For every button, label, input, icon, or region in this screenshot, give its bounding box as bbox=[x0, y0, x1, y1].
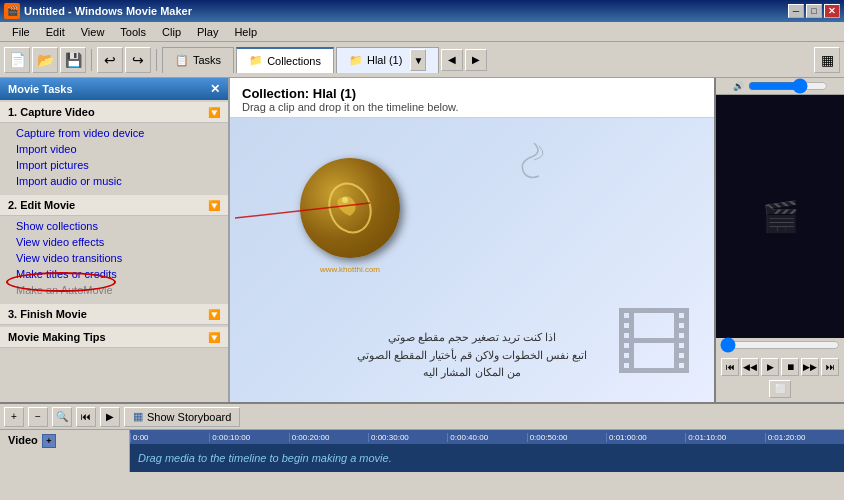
save-button[interactable]: 💾 bbox=[60, 47, 86, 73]
logo-container: www.khotthi.com bbox=[270, 148, 400, 258]
panel-scrollable: 1. Capture Video 🔽 Capture from video de… bbox=[0, 100, 228, 402]
ruler-mark-3: 0:00:30:00 bbox=[368, 433, 447, 442]
svg-point-1 bbox=[342, 197, 348, 203]
tab-nav-back[interactable]: ◀ bbox=[441, 49, 463, 71]
app-icon: 🎬 bbox=[4, 3, 20, 19]
next-frame-button[interactable]: ⏭ bbox=[821, 358, 839, 376]
preview-controls: ⏮ ◀◀ ▶ ⏹ ▶▶ ⏭ ⬜ bbox=[716, 354, 844, 402]
film-reel-decoration: 🎞 bbox=[614, 300, 694, 392]
volume-slider[interactable] bbox=[748, 80, 828, 92]
stop-button[interactable]: ⏹ bbox=[781, 358, 799, 376]
toolbar: 📄 📂 💾 ↩ ↪ 📋 Tasks 📁 Collections 📁 Hlal (… bbox=[0, 42, 844, 78]
panel-title: Movie Tasks bbox=[8, 83, 73, 95]
logo-url: www.khotthi.com bbox=[320, 265, 380, 274]
prev-frame-button[interactable]: ⏮ bbox=[721, 358, 739, 376]
timeline-ruler: 0:00 0:00:10:00 0:00:20:00 0:00:30:00 0:… bbox=[130, 430, 844, 444]
section-edit-content: Show collections View video effects View… bbox=[0, 216, 228, 302]
menu-clip[interactable]: Clip bbox=[154, 24, 189, 40]
close-button[interactable]: ✕ bbox=[824, 4, 840, 18]
section-tips-header[interactable]: Movie Making Tips 🔽 bbox=[0, 327, 228, 348]
panel-header: Movie Tasks ✕ bbox=[0, 78, 228, 100]
arabic-line1: اذا كنت تريد تصغير حجم مقطع صوتي bbox=[351, 329, 593, 347]
ruler-mark-1: 0:00:10:00 bbox=[209, 433, 288, 442]
link-capture-video-device[interactable]: Capture from video device bbox=[16, 125, 220, 141]
section-tips-arrow: 🔽 bbox=[208, 332, 220, 343]
window-controls: ─ □ ✕ bbox=[788, 4, 840, 18]
section-edit-header[interactable]: 2. Edit Movie 🔽 bbox=[0, 195, 228, 216]
video-track-label: Video + bbox=[0, 430, 130, 472]
window-title: Untitled - Windows Movie Maker bbox=[24, 5, 788, 17]
link-view-video-transitions[interactable]: View video transitions bbox=[16, 250, 220, 266]
link-import-audio[interactable]: Import audio or music bbox=[16, 173, 220, 189]
section-finish-title: 3. Finish Movie bbox=[8, 308, 87, 320]
section-finish-arrow: 🔽 bbox=[208, 309, 220, 320]
fullscreen-button[interactable]: ⬜ bbox=[769, 380, 791, 398]
seek-bar[interactable] bbox=[720, 340, 840, 350]
right-panel: 🔊 🎬 ⏮ ◀◀ ▶ ⏹ ▶▶ ⏭ ⬜ bbox=[714, 78, 844, 402]
timeline-play[interactable]: ▶ bbox=[100, 407, 120, 427]
menu-view[interactable]: View bbox=[73, 24, 113, 40]
timeline-track-area: 0:00 0:00:10:00 0:00:20:00 0:00:30:00 0:… bbox=[130, 430, 844, 472]
menu-tools[interactable]: Tools bbox=[112, 24, 154, 40]
panel-close-button[interactable]: ✕ bbox=[210, 82, 220, 96]
menu-help[interactable]: Help bbox=[226, 24, 265, 40]
arabic-text-area: اذا كنت تريد تصغير حجم مقطع صوتي اتبع نف… bbox=[351, 329, 593, 382]
ruler-mark-6: 0:01:00:00 bbox=[606, 433, 685, 442]
link-import-video[interactable]: Import video bbox=[16, 141, 220, 157]
ruler-mark-5: 0:00:50:00 bbox=[527, 433, 606, 442]
ruler-mark-4: 0:00:40:00 bbox=[447, 433, 526, 442]
maximize-button[interactable]: □ bbox=[806, 4, 822, 18]
ruler-mark-7: 0:01:10:00 bbox=[685, 433, 764, 442]
title-bar: 🎬 Untitled - Windows Movie Maker ─ □ ✕ bbox=[0, 0, 844, 22]
timeline-zoom-out[interactable]: − bbox=[28, 407, 48, 427]
section-capture-header[interactable]: 1. Capture Video 🔽 bbox=[0, 102, 228, 123]
menu-edit[interactable]: Edit bbox=[38, 24, 73, 40]
timeline-placeholder-text: Drag media to the timeline to begin maki… bbox=[138, 452, 392, 464]
collection-content: 🎞 www.khotthi.com اذا كنت تريد تصغير حجم… bbox=[230, 118, 714, 402]
play-button[interactable]: ▶ bbox=[761, 358, 779, 376]
timeline-toolbar: + − 🔍 ⏮ ▶ ▦ Show Storyboard bbox=[0, 404, 844, 430]
link-view-video-effects[interactable]: View video effects bbox=[16, 234, 220, 250]
ruler-mark-0: 0:00 bbox=[130, 433, 209, 442]
tab-tasks[interactable]: 📋 Tasks bbox=[162, 47, 234, 73]
section-finish-header[interactable]: 3. Finish Movie 🔽 bbox=[0, 304, 228, 325]
open-button[interactable]: 📂 bbox=[32, 47, 58, 73]
link-show-collections[interactable]: Show collections bbox=[16, 218, 220, 234]
content-area: Collection: Hlal (1) Drag a clip and dro… bbox=[230, 78, 714, 402]
minimize-button[interactable]: ─ bbox=[788, 4, 804, 18]
view-mode-button[interactable]: ▦ bbox=[814, 47, 840, 73]
volume-icon: 🔊 bbox=[733, 81, 744, 91]
undo-button[interactable]: ↩ bbox=[97, 47, 123, 73]
section-edit-title: 2. Edit Movie bbox=[8, 199, 75, 211]
ruler-mark-8: 0:01:20:00 bbox=[765, 433, 844, 442]
ruler-mark-2: 0:00:20:00 bbox=[289, 433, 368, 442]
fastforward-button[interactable]: ▶▶ bbox=[801, 358, 819, 376]
new-button[interactable]: 📄 bbox=[4, 47, 30, 73]
rewind-button[interactable]: ◀◀ bbox=[741, 358, 759, 376]
timeline-zoom-in[interactable]: + bbox=[4, 407, 24, 427]
timeline-area: + − 🔍 ⏮ ▶ ▦ Show Storyboard Video + 0:00… bbox=[0, 402, 844, 472]
show-storyboard-button[interactable]: ▦ Show Storyboard bbox=[124, 407, 240, 427]
logo-circle: www.khotthi.com bbox=[300, 158, 400, 258]
tab-collections[interactable]: 📁 Collections bbox=[236, 47, 334, 73]
tab-nav-forward[interactable]: ▶ bbox=[465, 49, 487, 71]
link-import-pictures[interactable]: Import pictures bbox=[16, 157, 220, 173]
menu-play[interactable]: Play bbox=[189, 24, 226, 40]
timeline-prev[interactable]: ⏮ bbox=[76, 407, 96, 427]
collection-subtitle: Drag a clip and drop it on the timeline … bbox=[242, 101, 702, 113]
video-track-add[interactable]: + bbox=[42, 434, 56, 448]
toolbar-separator-2 bbox=[156, 49, 157, 71]
link-make-titles-credits[interactable]: Make titles or credits bbox=[16, 266, 220, 282]
tab-hlal[interactable]: 📁 Hlal (1) ▼ bbox=[336, 47, 439, 73]
section-capture-title: 1. Capture Video bbox=[8, 106, 95, 118]
section-capture-content: Capture from video device Import video I… bbox=[0, 123, 228, 193]
arabic-line2: اتبع نفس الخطوات ولاكن قم بأختيار المقطع… bbox=[351, 347, 593, 382]
section-tips-title: Movie Making Tips bbox=[8, 331, 106, 343]
redo-button[interactable]: ↪ bbox=[125, 47, 151, 73]
menu-file[interactable]: File bbox=[4, 24, 38, 40]
timeline-zoom-fit[interactable]: 🔍 bbox=[52, 407, 72, 427]
left-panel: Movie Tasks ✕ 1. Capture Video 🔽 Capture… bbox=[0, 78, 230, 402]
tab-dropdown[interactable]: ▼ bbox=[410, 49, 426, 71]
timeline-content: Video + 0:00 0:00:10:00 0:00:20:00 0:00:… bbox=[0, 430, 844, 472]
preview-placeholder: 🎬 bbox=[762, 199, 799, 234]
